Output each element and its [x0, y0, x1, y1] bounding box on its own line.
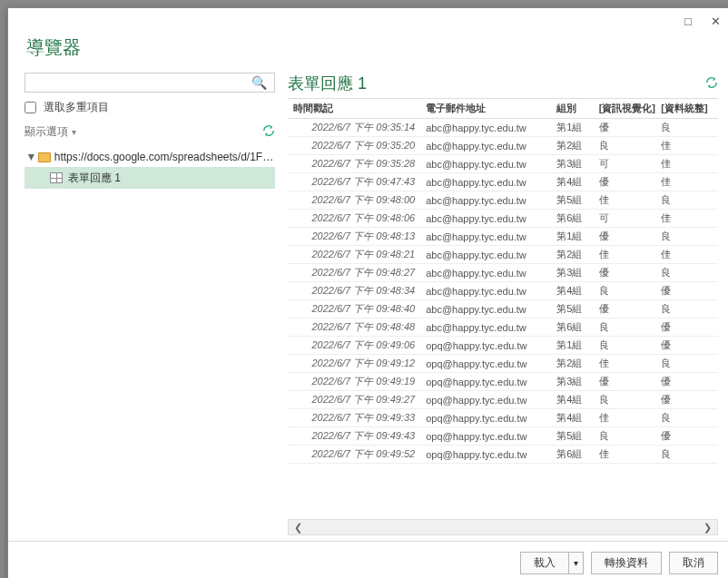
load-button[interactable]: 載入: [520, 552, 568, 574]
cell-vis: 優: [594, 228, 656, 246]
preview-refresh-icon[interactable]: [705, 76, 718, 92]
cell-email: abc@happy.tyc.edu.tw: [420, 246, 551, 264]
col-header-stat[interactable]: [資料統整]: [655, 99, 718, 119]
scroll-right-icon[interactable]: ❯: [700, 522, 715, 534]
table-row[interactable]: 2022/6/7 下午 09:35:20abc@happy.tyc.edu.tw…: [288, 137, 718, 155]
cell-vis: 優: [594, 173, 656, 191]
cell-time: 2022/6/7 下午 09:48:34: [288, 282, 420, 300]
cell-stat: 良: [655, 409, 718, 427]
preview-panel: 表單回應 1 時間戳記 電子郵件地址 組別 [資訊視覺化]: [288, 73, 718, 535]
table-row[interactable]: 2022/6/7 下午 09:48:48abc@happy.tyc.edu.tw…: [288, 318, 718, 337]
horizontal-scrollbar[interactable]: ❮ ❯: [288, 519, 718, 535]
table-row[interactable]: 2022/6/7 下午 09:49:33opq@happy.tyc.edu.tw…: [288, 409, 718, 427]
table-row[interactable]: 2022/6/7 下午 09:48:27abc@happy.tyc.edu.tw…: [288, 264, 718, 282]
cell-vis: 良: [594, 391, 656, 409]
cell-group: 第4組: [551, 391, 594, 409]
dialog-title: 導覽器: [8, 34, 728, 73]
cell-time: 2022/6/7 下午 09:48:40: [288, 300, 420, 318]
chevron-down-icon: ▾: [72, 127, 76, 137]
cell-vis: 優: [594, 300, 656, 318]
multi-select-checkbox[interactable]: [25, 102, 36, 113]
table-row[interactable]: 2022/6/7 下午 09:49:27opq@happy.tyc.edu.tw…: [288, 391, 718, 409]
tree-sheet-node[interactable]: 表單回應 1: [25, 167, 275, 189]
left-panel: 🔍 選取多重項目 顯示選項 ▾ ▶ https://docs: [25, 73, 288, 535]
col-header-vis[interactable]: [資訊視覺化]: [594, 99, 656, 119]
table-row[interactable]: 2022/6/7 下午 09:48:13abc@happy.tyc.edu.tw…: [288, 228, 718, 246]
cell-stat: 優: [655, 318, 718, 337]
cell-stat: 佳: [655, 210, 718, 228]
cell-group: 第6組: [551, 318, 594, 337]
cell-time: 2022/6/7 下午 09:47:43: [288, 173, 420, 191]
table-row[interactable]: 2022/6/7 下午 09:49:52opq@happy.tyc.edu.tw…: [288, 446, 718, 464]
search-box[interactable]: 🔍: [25, 73, 275, 93]
cell-email: abc@happy.tyc.edu.tw: [420, 282, 551, 300]
cell-group: 第5組: [551, 300, 594, 318]
cell-vis: 佳: [594, 246, 656, 264]
cell-group: 第3組: [551, 373, 594, 391]
table-row[interactable]: 2022/6/7 下午 09:48:21abc@happy.tyc.edu.tw…: [288, 246, 718, 264]
scroll-left-icon[interactable]: ❮: [290, 522, 306, 534]
table-row[interactable]: 2022/6/7 下午 09:48:34abc@happy.tyc.edu.tw…: [288, 282, 718, 300]
preview-table-container: 時間戳記 電子郵件地址 組別 [資訊視覺化] [資料統整] 2022/6/7 下…: [288, 98, 718, 517]
cell-time: 2022/6/7 下午 09:48:06: [288, 210, 420, 228]
table-header-row: 時間戳記 電子郵件地址 組別 [資訊視覺化] [資料統整]: [288, 99, 718, 119]
cell-email: abc@happy.tyc.edu.tw: [420, 119, 551, 137]
table-row[interactable]: 2022/6/7 下午 09:49:12opq@happy.tyc.edu.tw…: [288, 355, 718, 373]
display-options-dropdown[interactable]: 顯示選項 ▾: [25, 124, 76, 140]
table-row[interactable]: 2022/6/7 下午 09:35:14abc@happy.tyc.edu.tw…: [288, 119, 718, 137]
table-row[interactable]: 2022/6/7 下午 09:49:43opq@happy.tyc.edu.tw…: [288, 427, 718, 446]
cell-email: abc@happy.tyc.edu.tw: [420, 210, 551, 228]
cell-email: abc@happy.tyc.edu.tw: [420, 155, 551, 173]
cell-vis: 可: [594, 210, 656, 228]
table-row[interactable]: 2022/6/7 下午 09:49:06opq@happy.tyc.edu.tw…: [288, 337, 718, 355]
cell-vis: 可: [594, 155, 656, 173]
table-row[interactable]: 2022/6/7 下午 09:47:43abc@happy.tyc.edu.tw…: [288, 173, 718, 191]
col-header-group[interactable]: 組別: [551, 99, 594, 119]
col-header-time[interactable]: 時間戳記: [288, 99, 420, 119]
cell-time: 2022/6/7 下午 09:48:27: [288, 264, 420, 282]
multi-select-row[interactable]: 選取多重項目: [25, 100, 275, 115]
titlebar: □ ✕: [8, 8, 728, 34]
table-row[interactable]: 2022/6/7 下午 09:48:40abc@happy.tyc.edu.tw…: [288, 300, 718, 318]
cell-time: 2022/6/7 下午 09:49:19: [288, 373, 420, 391]
table-row[interactable]: 2022/6/7 下午 09:48:06abc@happy.tyc.edu.tw…: [288, 210, 718, 228]
cell-stat: 佳: [655, 155, 718, 173]
tree-sheet-label: 表單回應 1: [68, 171, 121, 186]
cell-vis: 優: [594, 264, 656, 282]
col-header-email[interactable]: 電子郵件地址: [420, 99, 551, 119]
display-options-label: 顯示選項: [25, 124, 68, 140]
search-input[interactable]: [29, 74, 248, 91]
cell-time: 2022/6/7 下午 09:49:52: [288, 446, 420, 464]
cell-time: 2022/6/7 下午 09:48:13: [288, 228, 420, 246]
cell-group: 第4組: [551, 409, 594, 427]
cell-stat: 優: [655, 427, 718, 446]
cell-stat: 佳: [655, 137, 718, 155]
table-row[interactable]: 2022/6/7 下午 09:49:19opq@happy.tyc.edu.tw…: [288, 373, 718, 391]
cell-stat: 良: [655, 300, 718, 318]
tree-root-node[interactable]: ▶ https://docs.google.com/spreadsheets/d…: [25, 147, 275, 167]
close-icon[interactable]: ✕: [702, 12, 728, 30]
cell-stat: 良: [655, 355, 718, 373]
search-icon[interactable]: 🔍: [248, 75, 271, 90]
table-row[interactable]: 2022/6/7 下午 09:35:28abc@happy.tyc.edu.tw…: [288, 155, 718, 173]
refresh-icon[interactable]: [262, 124, 275, 140]
cell-time: 2022/6/7 下午 09:48:21: [288, 246, 420, 264]
transform-button[interactable]: 轉換資料: [591, 552, 662, 574]
cell-time: 2022/6/7 下午 09:48:00: [288, 191, 420, 210]
cell-group: 第4組: [551, 173, 594, 191]
cell-email: abc@happy.tyc.edu.tw: [420, 300, 551, 318]
cell-vis: 佳: [594, 355, 656, 373]
cell-group: 第3組: [551, 155, 594, 173]
expand-icon[interactable]: ▶: [27, 154, 36, 161]
cell-group: 第5組: [551, 191, 594, 210]
load-dropdown-icon[interactable]: ▾: [568, 552, 584, 574]
preview-title: 表單回應 1: [288, 73, 367, 94]
cell-vis: 良: [594, 337, 656, 355]
maximize-icon[interactable]: □: [674, 12, 702, 30]
cell-vis: 優: [594, 373, 656, 391]
cancel-button[interactable]: 取消: [669, 552, 718, 574]
cell-group: 第1組: [551, 119, 594, 137]
table-row[interactable]: 2022/6/7 下午 09:48:00abc@happy.tyc.edu.tw…: [288, 191, 718, 210]
navigator-dialog: □ ✕ 導覽器 🔍 選取多重項目 顯示選項 ▾: [7, 7, 728, 578]
cell-vis: 佳: [594, 446, 656, 464]
